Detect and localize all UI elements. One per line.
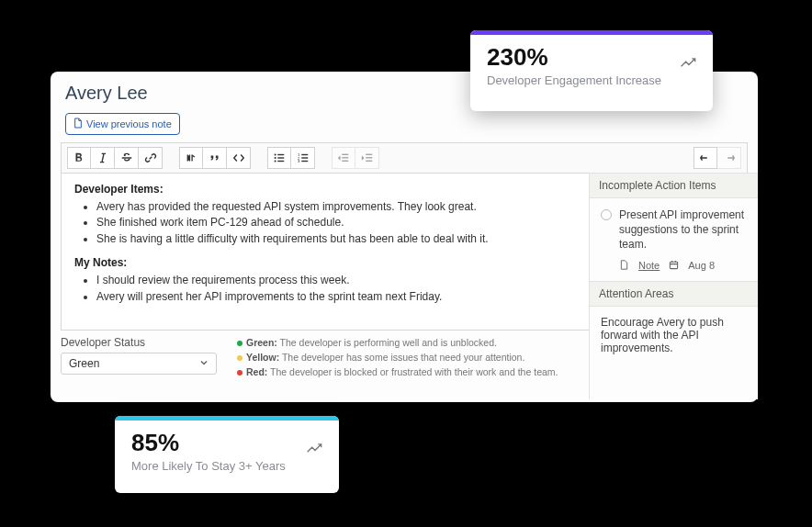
svg-point-1 [275,157,276,159]
svg-rect-10 [301,157,308,158]
link-button[interactable] [139,147,163,169]
stat-label: Developer Engagement Increase [487,73,696,87]
svg-rect-16 [366,157,372,158]
code-button[interactable] [227,147,251,169]
heading-button[interactable] [179,147,203,169]
svg-rect-5 [277,161,284,162]
status-field-label: Developer Status [61,336,226,349]
attention-areas-header: Attention Areas [590,281,758,307]
editor-toolbar: 123 [61,142,748,173]
svg-text:3: 3 [297,159,299,163]
italic-button[interactable] [91,147,115,169]
retention-stat-card: 85% More Likely To Stay 3+ Years [115,416,339,493]
view-previous-note-button[interactable]: View previous note [65,113,180,135]
undo-button[interactable] [694,147,717,169]
stat-value: 85% [131,429,322,457]
attention-areas-text: Encourage Avery to push forward with the… [590,307,758,364]
svg-rect-4 [277,157,284,158]
bold-button[interactable] [67,147,91,169]
document-icon [73,118,83,130]
action-item[interactable]: Present API improvement suggestions to t… [601,207,749,252]
side-panel: Incomplete Action Items Present API impr… [589,173,758,399]
outdent-button[interactable] [332,147,355,169]
radio-icon[interactable] [601,209,612,220]
svg-rect-13 [342,157,348,158]
view-previous-note-label: View previous note [86,118,172,129]
svg-rect-14 [342,161,348,162]
trend-up-icon [306,442,324,458]
svg-rect-9 [301,154,308,155]
stat-value: 230% [487,43,696,72]
svg-rect-17 [366,161,372,162]
svg-point-2 [275,160,276,162]
svg-rect-18 [671,262,678,268]
indent-button[interactable] [355,147,379,169]
status-select[interactable]: Green [61,353,217,375]
note-link-icon [619,260,629,272]
trend-up-icon [680,56,698,73]
bullet-list-button[interactable] [267,147,291,169]
quote-button[interactable] [203,147,227,169]
svg-rect-12 [342,154,348,155]
strikethrough-button[interactable] [115,147,139,169]
card-accent-bar [470,30,713,35]
incomplete-action-items-header: Incomplete Action Items [590,173,758,198]
redo-button[interactable] [717,147,741,169]
stat-label: More Likely To Stay 3+ Years [131,459,322,473]
status-selected-value: Green [69,357,99,370]
engagement-stat-card: 230% Developer Engagement Increase [470,30,713,111]
calendar-icon [669,260,679,272]
status-legend: Green: The developer is performing well … [237,336,558,379]
numbered-list-button[interactable]: 123 [291,147,315,169]
card-accent-bar [115,416,339,420]
svg-rect-15 [366,154,372,155]
note-link[interactable]: Note [638,260,660,271]
chevron-down-icon [199,357,209,370]
note-panel: Avery Lee View previous note 123 [51,72,758,402]
svg-rect-3 [277,154,284,155]
action-item-text: Present API improvement suggestions to t… [619,207,749,252]
svg-rect-11 [301,161,308,162]
svg-point-0 [275,153,276,155]
action-item-date: Aug 8 [688,260,715,271]
